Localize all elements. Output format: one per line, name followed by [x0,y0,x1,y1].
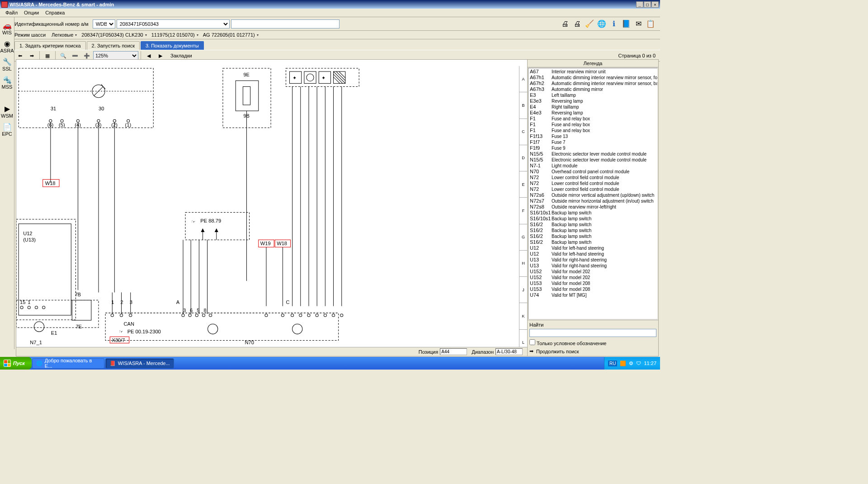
sidebar-mss[interactable]: 🔩MSS [1,74,14,90]
sidebar-asra[interactable]: ◉ASRA [1,38,14,54]
book-icon[interactable]: 📘 [621,19,631,29]
legend-row[interactable]: N70Overhead control panel control module [529,169,657,175]
mail-icon[interactable]: ✉ [633,19,643,29]
sidebar-wsm[interactable]: ▶WSM [1,103,14,119]
legend-row[interactable]: F1Fuse and relay box [529,128,657,133]
tab-criteria[interactable]: 1. Задать критерии поиска [14,41,86,50]
breadcrumb-item[interactable]: 208347(1F050343) CLK230 [79,32,149,38]
info-icon[interactable]: ℹ [609,19,619,29]
legend-row[interactable]: S16/2Backup lamp switch [529,233,657,239]
menu-file[interactable]: Файл [2,9,21,16]
close-button[interactable]: ✕ [651,1,659,8]
sidebar-wis[interactable]: 🚗WIS [1,20,14,36]
diagram-pane[interactable]: A B C D E F G H J K L N72 31 30 [16,60,527,356]
search-input[interactable] [231,19,340,28]
legend-row[interactable]: N72Lower control field control module [529,175,657,180]
svg-text:W18: W18 [277,241,287,246]
legend-row[interactable]: S16/10s1Backup lamp switch [529,210,657,216]
tab-run-search[interactable]: 2. Запустить поиск [87,41,140,50]
legend-row[interactable]: A67h1Automatic dimming interior rearview… [529,75,657,81]
find-label: Найти [529,322,656,327]
legend-row[interactable]: N72Lower control field control module [529,186,657,192]
clock[interactable]: 11:27 [644,361,656,366]
svg-text:15: 15 [20,299,25,305]
legend-row[interactable]: E3e3Reversing lamp [529,98,657,104]
legend-row[interactable]: F1Fuse and relay box [529,122,657,128]
taskbar-task[interactable]: 🌐Добро пожаловать в E... [32,358,104,369]
legend-row[interactable]: F1f7Fuse 7 [529,139,657,145]
legend-row[interactable]: U153Valid for model 208 [529,286,657,292]
legend-row[interactable]: F1f9Fuse 9 [529,145,657,151]
breadcrumb-item[interactable]: Легковые [49,32,79,38]
legend-list[interactable]: A67Interior rearview mirror unitA67h1Aut… [528,68,658,319]
vin-prefix-select[interactable]: WDB [93,19,115,28]
legend-row[interactable]: U12Valid for left-hand steering [529,251,657,257]
svg-point-126 [208,324,218,334]
legend-row[interactable]: U153Valid for model 208 [529,280,657,286]
legend-row[interactable]: U74Valid for MT [MG] [529,292,657,298]
legend-row[interactable]: U12Valid for left-hand steering [529,245,657,251]
svg-point-101 [111,314,113,317]
legend-row[interactable]: N72s7Outside mirror horizontal adjustmen… [529,198,657,204]
range-field[interactable] [495,348,523,355]
legend-row[interactable]: F1Fuse and relay box [529,116,657,122]
legend-row[interactable]: A67h2Automatic dimming interior rearview… [529,81,657,86]
svg-text:☞: ☞ [119,329,123,334]
svg-rect-81 [105,313,339,341]
legend-row[interactable]: N15/5Electronic selector lever module co… [529,157,657,163]
legend-row[interactable]: S16/2Backup lamp switch [529,239,657,245]
legend-row[interactable]: S16/2Backup lamp switch [529,228,657,233]
svg-point-102 [120,314,123,317]
globe-icon[interactable]: 🌐 [597,19,607,29]
menu-options[interactable]: Опции [21,9,42,16]
language-indicator[interactable]: RU [608,361,617,366]
wrench-icon: 🔧 [3,57,12,66]
breadcrumb-item[interactable]: 111975(12 015070) [149,32,201,38]
tray-icon[interactable]: ⚙ [629,361,633,366]
only-symbol-checkbox[interactable]: Только условное обозначение [529,339,656,346]
minimize-button[interactable]: _ [636,1,643,8]
legend-row[interactable]: S16/2Backup lamp switch [529,222,657,228]
menu-help[interactable]: Справка [42,9,68,16]
tray-icon[interactable]: 🟧 [620,361,626,366]
legend-row[interactable]: N72s6Outside mirror vertical adjustment … [529,192,657,198]
sidebar-ssl[interactable]: 🔧SSL [1,56,14,72]
legend-row[interactable]: F1f13Fuse 13 [529,133,657,139]
maximize-button[interactable]: □ [644,1,651,8]
legend-row[interactable]: U152Valid for model 202 [529,275,657,280]
legend-row[interactable]: A67Interior rearview mirror unit [529,69,657,75]
legend-row[interactable]: U13Valid for right-hand steering [529,257,657,263]
legend-row[interactable]: U13Valid for right-hand steering [529,263,657,269]
legend-row[interactable]: N15/5Electronic selector lever module co… [529,151,657,157]
tray-icon[interactable]: 🛡 [636,361,641,366]
continue-search-button[interactable]: ➡ Продолжить поиск [529,348,656,354]
sidebar-epc[interactable]: 📄EPC [1,121,14,138]
position-field[interactable] [440,348,467,355]
window-titlebar: WIS/ASRA - Mercedes-Benz & smart - admin… [0,0,660,9]
notes-icon[interactable]: 📋 [646,19,656,29]
legend-row[interactable]: E4e3Reversing lamp [529,110,657,116]
legend-row[interactable]: E4Right taillamp [529,104,657,110]
taskbar-task[interactable]: 📕WIS/ASRA - Mercede... [105,358,174,369]
find-input[interactable] [529,329,656,337]
legend-row[interactable]: U152Valid for model 202 [529,269,657,275]
start-button[interactable]: Пуск [0,357,32,370]
svg-rect-83 [72,300,91,320]
print-icon[interactable]: 🖨 [572,19,582,29]
print-car-icon[interactable]: 🖨 [560,19,570,29]
svg-marker-67 [201,228,204,232]
erase-icon[interactable]: 🧹 [585,19,594,29]
legend-row[interactable]: S16/10s1Backup lamp switch [529,216,657,222]
bookmarks-label[interactable]: Закладки [170,53,192,58]
arrow-icon: ➡ [529,348,533,354]
legend-row[interactable]: N72Lower control field control module [529,180,657,186]
breadcrumb-item[interactable]: AG 722605(01 012771) [201,32,261,38]
legend-row[interactable]: E3Left taillamp [529,92,657,98]
legend-row[interactable]: N72s8Outside rearview mirror-left/right [529,204,657,210]
zoom-select[interactable]: 125% [93,51,138,60]
svg-text:h3: h3 [336,66,342,67]
tab-show-documents[interactable]: 3. Показать документы [141,41,204,50]
vin-value-select[interactable]: 2083471F050343 [117,19,230,28]
legend-row[interactable]: N7-1Light module [529,163,657,169]
legend-row[interactable]: A67h3Automatic dimming mirror [529,86,657,92]
